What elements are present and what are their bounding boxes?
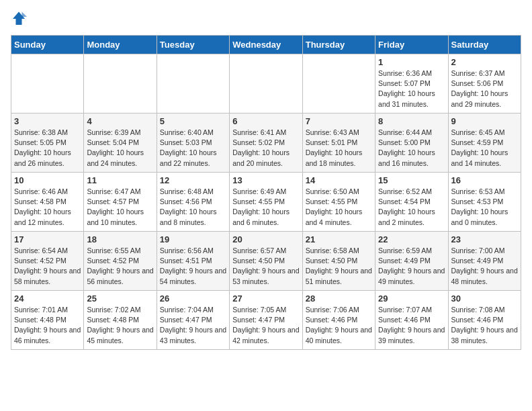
day-info: Sunrise: 6:54 AM Sunset: 4:52 PM Dayligh… [14, 246, 81, 287]
day-number: 7 [306, 116, 372, 126]
calendar-cell: 21Sunrise: 6:58 AM Sunset: 4:50 PM Dayli… [302, 232, 375, 291]
calendar-cell [157, 54, 229, 113]
calendar-cell: 11Sunrise: 6:47 AM Sunset: 4:57 PM Dayli… [84, 173, 157, 232]
calendar-cell: 2Sunrise: 6:37 AM Sunset: 5:06 PM Daylig… [448, 54, 521, 113]
day-info: Sunrise: 6:41 AM Sunset: 5:02 PM Dayligh… [232, 128, 299, 169]
day-number: 28 [306, 293, 372, 304]
day-info: Sunrise: 6:50 AM Sunset: 4:55 PM Dayligh… [306, 187, 372, 228]
day-number: 10 [14, 175, 81, 185]
calendar-cell: 6Sunrise: 6:41 AM Sunset: 5:02 PM Daylig… [230, 113, 302, 173]
calendar-cell: 19Sunrise: 6:56 AM Sunset: 4:51 PM Dayli… [157, 232, 229, 291]
day-info: Sunrise: 7:02 AM Sunset: 4:48 PM Dayligh… [87, 305, 153, 346]
day-info: Sunrise: 7:07 AM Sunset: 4:46 PM Dayligh… [378, 305, 445, 346]
day-info: Sunrise: 6:47 AM Sunset: 4:57 PM Dayligh… [87, 187, 153, 228]
day-number: 15 [378, 175, 445, 185]
calendar-cell: 5Sunrise: 6:40 AM Sunset: 5:03 PM Daylig… [157, 113, 229, 173]
day-number: 25 [87, 293, 153, 304]
day-number: 20 [232, 234, 299, 244]
weekday-header-tuesday: Tuesday [157, 36, 229, 54]
day-info: Sunrise: 6:43 AM Sunset: 5:01 PM Dayligh… [306, 128, 372, 169]
day-number: 1 [378, 57, 445, 67]
day-info: Sunrise: 6:46 AM Sunset: 4:58 PM Dayligh… [14, 187, 81, 228]
day-info: Sunrise: 6:48 AM Sunset: 4:56 PM Dayligh… [160, 187, 226, 228]
day-info: Sunrise: 7:05 AM Sunset: 4:47 PM Dayligh… [232, 305, 299, 346]
calendar-cell: 20Sunrise: 6:57 AM Sunset: 4:50 PM Dayli… [230, 232, 302, 291]
day-number: 24 [14, 293, 81, 304]
day-number: 5 [160, 116, 226, 126]
day-number: 18 [87, 234, 153, 244]
weekday-header-friday: Friday [375, 36, 448, 54]
day-info: Sunrise: 6:39 AM Sunset: 5:04 PM Dayligh… [87, 128, 153, 169]
calendar-cell: 14Sunrise: 6:50 AM Sunset: 4:55 PM Dayli… [302, 173, 375, 232]
calendar-cell: 3Sunrise: 6:38 AM Sunset: 5:05 PM Daylig… [11, 113, 84, 173]
calendar-cell: 13Sunrise: 6:49 AM Sunset: 4:55 PM Dayli… [230, 173, 302, 232]
day-info: Sunrise: 6:56 AM Sunset: 4:51 PM Dayligh… [160, 246, 226, 287]
day-number: 30 [451, 293, 518, 304]
day-info: Sunrise: 6:45 AM Sunset: 4:59 PM Dayligh… [451, 128, 518, 169]
day-info: Sunrise: 7:06 AM Sunset: 4:46 PM Dayligh… [306, 305, 372, 346]
calendar-cell: 23Sunrise: 7:00 AM Sunset: 4:49 PM Dayli… [448, 232, 521, 291]
calendar-cell: 4Sunrise: 6:39 AM Sunset: 5:04 PM Daylig… [84, 113, 157, 173]
calendar-cell: 10Sunrise: 6:46 AM Sunset: 4:58 PM Dayli… [11, 173, 84, 232]
day-info: Sunrise: 6:57 AM Sunset: 4:50 PM Dayligh… [232, 246, 299, 287]
calendar-cell: 29Sunrise: 7:07 AM Sunset: 4:46 PM Dayli… [375, 291, 448, 350]
calendar-cell [302, 54, 375, 113]
day-info: Sunrise: 6:37 AM Sunset: 5:06 PM Dayligh… [451, 68, 518, 109]
day-number: 29 [378, 293, 445, 304]
calendar-table: SundayMondayTuesdayWednesdayThursdayFrid… [11, 35, 521, 350]
day-number: 23 [451, 234, 518, 244]
calendar-cell [84, 54, 157, 113]
day-number: 11 [87, 175, 153, 185]
day-number: 27 [232, 293, 299, 304]
calendar-cell: 24Sunrise: 7:01 AM Sunset: 4:48 PM Dayli… [11, 291, 84, 350]
day-number: 6 [232, 116, 299, 126]
calendar-cell: 27Sunrise: 7:05 AM Sunset: 4:47 PM Dayli… [230, 291, 302, 350]
day-info: Sunrise: 6:58 AM Sunset: 4:50 PM Dayligh… [306, 246, 372, 287]
weekday-header-monday: Monday [84, 36, 157, 54]
calendar-cell: 25Sunrise: 7:02 AM Sunset: 4:48 PM Dayli… [84, 291, 157, 350]
day-number: 22 [378, 234, 445, 244]
calendar-cell: 18Sunrise: 6:55 AM Sunset: 4:52 PM Dayli… [84, 232, 157, 291]
day-info: Sunrise: 6:38 AM Sunset: 5:05 PM Dayligh… [14, 128, 81, 169]
weekday-header-thursday: Thursday [302, 36, 375, 54]
calendar-cell: 26Sunrise: 7:04 AM Sunset: 4:47 PM Dayli… [157, 291, 229, 350]
day-info: Sunrise: 7:08 AM Sunset: 4:46 PM Dayligh… [451, 305, 518, 346]
day-info: Sunrise: 7:04 AM Sunset: 4:47 PM Dayligh… [160, 305, 226, 346]
day-number: 16 [451, 175, 518, 185]
weekday-header-wednesday: Wednesday [230, 36, 302, 54]
svg-marker-1 [22, 12, 28, 17]
day-number: 17 [14, 234, 81, 244]
day-info: Sunrise: 6:40 AM Sunset: 5:03 PM Dayligh… [160, 128, 226, 169]
calendar-cell: 12Sunrise: 6:48 AM Sunset: 4:56 PM Dayli… [157, 173, 229, 232]
day-number: 19 [160, 234, 226, 244]
day-info: Sunrise: 6:53 AM Sunset: 4:53 PM Dayligh… [451, 187, 518, 228]
day-number: 13 [232, 175, 299, 185]
day-info: Sunrise: 6:44 AM Sunset: 5:00 PM Dayligh… [378, 128, 445, 169]
day-info: Sunrise: 6:55 AM Sunset: 4:52 PM Dayligh… [87, 246, 153, 287]
calendar-cell [11, 54, 84, 113]
day-number: 26 [160, 293, 226, 304]
day-info: Sunrise: 6:49 AM Sunset: 4:55 PM Dayligh… [232, 187, 299, 228]
day-number: 9 [451, 116, 518, 126]
page-header [11, 11, 521, 27]
day-info: Sunrise: 7:00 AM Sunset: 4:49 PM Dayligh… [451, 246, 518, 287]
calendar-cell: 17Sunrise: 6:54 AM Sunset: 4:52 PM Dayli… [11, 232, 84, 291]
calendar-cell: 9Sunrise: 6:45 AM Sunset: 4:59 PM Daylig… [448, 113, 521, 173]
day-info: Sunrise: 7:01 AM Sunset: 4:48 PM Dayligh… [14, 305, 81, 346]
calendar-cell: 30Sunrise: 7:08 AM Sunset: 4:46 PM Dayli… [448, 291, 521, 350]
calendar-cell: 8Sunrise: 6:44 AM Sunset: 5:00 PM Daylig… [375, 113, 448, 173]
day-number: 2 [451, 57, 518, 67]
weekday-header-sunday: Sunday [11, 36, 84, 54]
calendar-cell: 16Sunrise: 6:53 AM Sunset: 4:53 PM Dayli… [448, 173, 521, 232]
calendar-cell: 22Sunrise: 6:59 AM Sunset: 4:49 PM Dayli… [375, 232, 448, 291]
calendar-cell [230, 54, 302, 113]
logo-icon [11, 11, 27, 27]
day-info: Sunrise: 6:59 AM Sunset: 4:49 PM Dayligh… [378, 246, 445, 287]
day-number: 21 [306, 234, 372, 244]
day-info: Sunrise: 6:52 AM Sunset: 4:54 PM Dayligh… [378, 187, 445, 228]
day-info: Sunrise: 6:36 AM Sunset: 5:07 PM Dayligh… [378, 68, 445, 109]
calendar-cell: 15Sunrise: 6:52 AM Sunset: 4:54 PM Dayli… [375, 173, 448, 232]
day-number: 4 [87, 116, 153, 126]
day-number: 12 [160, 175, 226, 185]
calendar-cell: 1Sunrise: 6:36 AM Sunset: 5:07 PM Daylig… [375, 54, 448, 113]
